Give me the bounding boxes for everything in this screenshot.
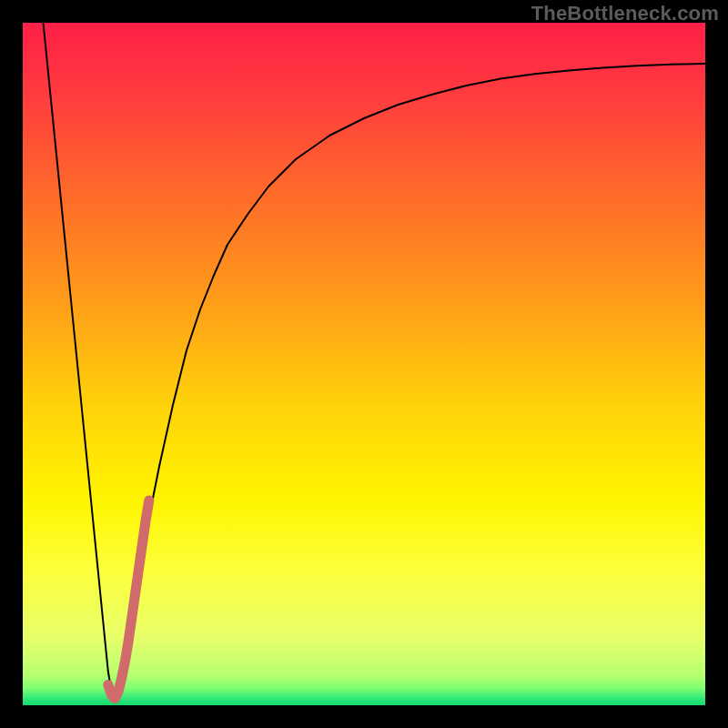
chart-svg [23,23,705,705]
plot-area [23,23,705,705]
gradient-background [23,23,705,705]
chart-frame: TheBottleneck.com [0,0,728,728]
